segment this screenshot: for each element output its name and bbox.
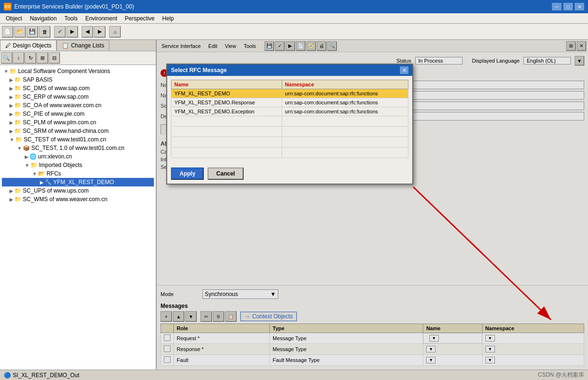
rfc-row-empty-4 (171, 148, 408, 158)
home-btn[interactable]: ⌂ (109, 26, 121, 37)
rfc-row-2[interactable]: YFM_XL_REST_DEMO.Response urn:sap-com:do… (171, 98, 408, 107)
tab-design-objects[interactable]: 🖊 Design Objects (0, 40, 57, 51)
menu-bar: Object Navigation Tools Environment Pers… (0, 13, 588, 24)
right-panel: Service Interface Edit View Tools 💾 ✓ ▶ … (157, 40, 588, 370)
status-tab[interactable]: 🔵 SI_XL_REST_DEMO_Out (4, 372, 79, 379)
rfc-row-empty-3 (171, 137, 408, 148)
filter-btn[interactable]: 🔍 (1, 52, 12, 64)
folder-icon: 📁 (14, 196, 21, 203)
expand-icon: ▼ (32, 171, 37, 176)
tree-item-sc-test-1[interactable]: ▼ 📦 SC_TEST, 1.0 of www.test01.com.cn (2, 144, 154, 152)
rfc-row-3[interactable]: YFM_XL_REST_DEMO.Exception urn:sap-com:d… (171, 107, 408, 116)
app-icon: ES (4, 3, 11, 10)
expand-icon: ▶ (9, 111, 13, 117)
tree-item-sc-dms[interactable]: ▶ 📁 SC_DMS of www.sap.com (2, 84, 154, 93)
red-arrow-indicator (385, 158, 588, 348)
expand-icon: ▶ (9, 188, 13, 194)
tree-item-imported[interactable]: ▼ 📁 Imported Objects (2, 161, 154, 169)
rfc-table: Name Namespace YFM_XL_REST_DEMO urn:sap-… (171, 80, 408, 158)
dialog-close-btn[interactable]: ✕ (400, 66, 408, 74)
menu-help[interactable]: Help (158, 14, 178, 23)
tree-item-sc-oa[interactable]: ▶ 📁 SC_OA of www.weaver.com.cn (2, 101, 154, 110)
expand-icon: ▶ (9, 197, 13, 202)
expand-icon: ▼ (4, 69, 9, 74)
tree-item-local[interactable]: ▼ 📁 Local Software Component Versions (2, 67, 154, 75)
select-rfc-dialog: Select RFC Message ✕ Name Namespace (166, 64, 413, 185)
rfc-row-1-namespace: urn:sap-com:document:sap:rfc:functions (282, 89, 408, 98)
tree-item-sap-basis[interactable]: ▶ 📁 SAP BASIS (2, 75, 154, 84)
folder-icon: 📁 (14, 119, 21, 126)
dialog-overlay: Select RFC Message ✕ Name Namespace (157, 40, 588, 370)
activate-btn[interactable]: ▶ (66, 26, 78, 37)
folder-icon: 📦 (23, 145, 30, 151)
rfc-icon: 🔧 (45, 179, 52, 185)
collapse-btn[interactable]: ⊟ (48, 52, 60, 64)
delete-btn[interactable]: 🗑 (39, 26, 50, 37)
rfc-row-3-name: YFM_XL_REST_DEMO.Exception (171, 107, 282, 116)
menu-environment[interactable]: Environment (81, 14, 121, 23)
rfc-row-empty-1 (171, 116, 408, 127)
left-toolbar: 🔍 ↕ ↻ ⊞ ⊟ (0, 51, 156, 65)
folder-icon: 📁 (14, 102, 21, 109)
rfc-row-empty-2 (171, 127, 408, 137)
main-toolbar: 📄 📂 💾 🗑 ✓ ▶ ◀ ▶ ⌂ (0, 24, 588, 40)
tab-change-lists[interactable]: 📋 Change Lists (57, 40, 109, 51)
expand-icon: ▶ (40, 180, 44, 185)
folder-icon: 📁 (14, 187, 21, 194)
forward-btn[interactable]: ▶ (94, 26, 105, 37)
expand-icon: ▶ (25, 154, 28, 159)
menu-object[interactable]: Object (2, 14, 26, 23)
folder-icon: 📁 (14, 76, 21, 83)
open-btn[interactable]: 📂 (14, 26, 26, 37)
folder-icon: 📁 (14, 111, 21, 117)
tree-area: ▼ 📁 Local Software Component Versions ▶ … (0, 65, 156, 370)
new-btn[interactable]: 📄 (2, 26, 13, 37)
menu-perspective[interactable]: Perspective (121, 14, 159, 23)
maximize-button[interactable]: □ (563, 3, 573, 10)
status-credit: CSDN @火档案库 (538, 371, 584, 379)
sort-btn[interactable]: ↕ (13, 52, 24, 64)
save-btn[interactable]: 💾 (27, 26, 38, 37)
window-title: Enterprise Services Builder (podev01_PD1… (14, 3, 552, 10)
tree-item-sc-wms[interactable]: ▶ 📁 SC_WMS of www.weaver.com.cn (2, 195, 154, 204)
svg-line-1 (413, 187, 551, 320)
expand-btn[interactable]: ⊞ (37, 52, 48, 64)
expand-icon: ▶ (9, 77, 13, 83)
rfc-col-namespace: Namespace (282, 80, 408, 89)
status-bar: 🔵 SI_XL_REST_DEMO_Out CSDN @火档案库 (0, 370, 588, 380)
tree-item-rfcs[interactable]: ▼ 📂 RFCs (2, 169, 154, 178)
rfc-row-2-namespace: urn:sap-com:document:sap:rfc:functions (282, 98, 408, 107)
back-btn[interactable]: ◀ (82, 26, 93, 37)
expand-icon: ▼ (25, 163, 29, 168)
tree-item-sc-ups[interactable]: ▶ 📁 SC_UPS of www.ups.com (2, 186, 154, 195)
menu-tools[interactable]: Tools (60, 14, 81, 23)
rfc-row-1-name: YFM_XL_REST_DEMO (171, 89, 282, 98)
expand-icon: ▶ (9, 103, 13, 108)
folder-icon: 📁 (15, 136, 22, 143)
expand-icon: ▶ (9, 120, 13, 125)
left-tabs: 🖊 Design Objects 📋 Change Lists (0, 40, 156, 51)
tree-item-sc-erp[interactable]: ▶ 📁 SC_ERP of www.sap.com (2, 93, 154, 101)
window-controls: ─ □ ✕ (552, 3, 584, 10)
tree-item-sc-pie[interactable]: ▶ 📁 SC_PIE of www.pie.com (2, 110, 154, 118)
cancel-button[interactable]: Cancel (208, 167, 243, 180)
apply-button[interactable]: Apply (171, 167, 204, 180)
rfc-row-1[interactable]: YFM_XL_REST_DEMO urn:sap-com:document:sa… (171, 89, 408, 98)
folder-icon: 📁 (14, 85, 21, 92)
close-button[interactable]: ✕ (575, 3, 584, 10)
folder-icon: 📁 (30, 162, 38, 168)
tree-item-yfm[interactable]: ▶ 🔧 YFM_XL_REST_DEMO (2, 178, 154, 186)
menu-navigation[interactable]: Navigation (26, 14, 61, 23)
refresh-btn[interactable]: ↻ (25, 52, 36, 64)
minimize-button[interactable]: ─ (552, 3, 561, 10)
tree-item-sc-srm[interactable]: ▶ 📁 SC_SRM of www.hand-china.com (2, 127, 154, 135)
folder-icon: 📁 (14, 128, 21, 134)
tree-item-urn-xlevon[interactable]: ▶ 🌐 urn:xlevon.cn (2, 152, 154, 161)
dialog-content: Name Namespace YFM_XL_REST_DEMO urn:sap-… (167, 76, 412, 166)
expand-icon: ▼ (17, 146, 22, 151)
tree-item-sc-plm[interactable]: ▶ 📁 SC_PLM of www.plm.com.cn (2, 118, 154, 127)
dialog-title-bar: Select RFC Message ✕ (167, 65, 412, 76)
folder-icon: 📁 (9, 68, 17, 74)
tree-item-sc-test[interactable]: ▼ 📁 SC_TEST of www.test01.com.cn (2, 135, 154, 144)
check-btn[interactable]: ✓ (54, 26, 66, 37)
